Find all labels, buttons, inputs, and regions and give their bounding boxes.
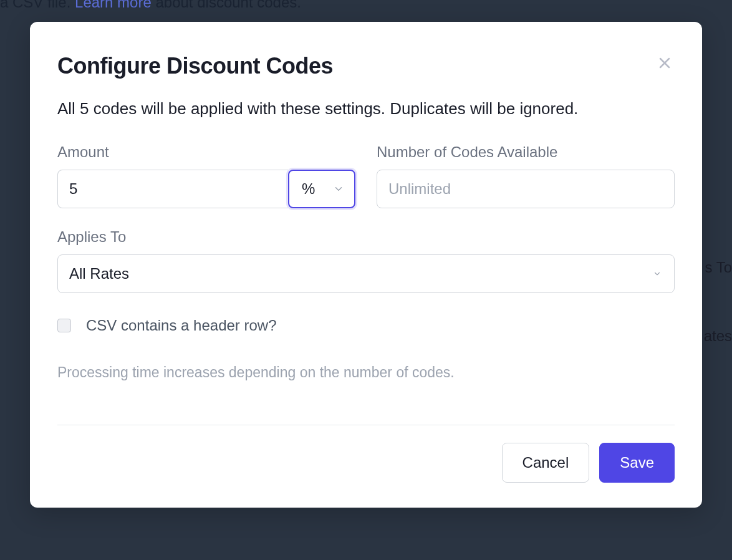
codes-available-input[interactable] [377, 170, 675, 208]
applies-to-value: All Rates [69, 265, 129, 282]
csv-header-row: CSV contains a header row? [57, 317, 675, 334]
amount-group: Amount % [57, 143, 355, 208]
applies-to-select[interactable]: All Rates [57, 254, 675, 293]
chevron-down-icon [333, 183, 344, 195]
chevron-down-icon [653, 269, 662, 278]
modal-footer: Cancel Save [57, 425, 675, 483]
modal-description: All 5 codes will be applied with these s… [57, 97, 675, 121]
backdrop-text-right-2: ates [704, 327, 732, 345]
close-button[interactable] [655, 53, 675, 75]
unit-select[interactable]: % [288, 170, 355, 208]
modal-header: Configure Discount Codes [57, 53, 675, 79]
csv-header-label: CSV contains a header row? [86, 317, 277, 334]
applies-to-label: Applies To [57, 228, 675, 246]
processing-note: Processing time increases depending on t… [57, 364, 675, 381]
amount-label: Amount [57, 143, 355, 161]
configure-discount-modal: Configure Discount Codes All 5 codes wil… [30, 22, 702, 508]
codes-available-group: Number of Codes Available [377, 143, 675, 208]
unit-value: % [302, 180, 315, 198]
amount-input[interactable] [57, 170, 288, 208]
form-row-1: Amount % Number of Codes Available [57, 143, 675, 208]
save-button[interactable]: Save [599, 443, 675, 483]
backdrop-text-right-1: s To [705, 259, 732, 276]
close-icon [657, 56, 672, 70]
modal-title: Configure Discount Codes [57, 53, 333, 79]
applies-to-group: Applies To All Rates [57, 228, 675, 293]
cancel-button[interactable]: Cancel [502, 443, 590, 483]
learn-more-link[interactable]: Learn more [75, 0, 152, 11]
csv-header-checkbox[interactable] [57, 319, 71, 332]
backdrop-text: a CSV file. Learn more about discount co… [0, 0, 301, 11]
codes-available-label: Number of Codes Available [377, 143, 675, 161]
